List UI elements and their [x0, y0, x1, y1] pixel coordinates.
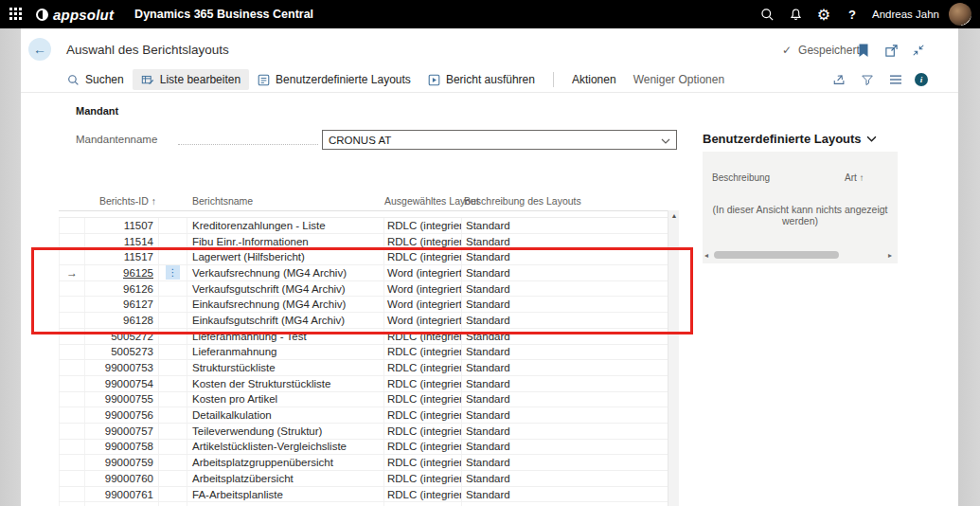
row-context-menu-button[interactable]: ⋮: [166, 265, 180, 280]
appsolut-logo[interactable]: appsolut: [36, 7, 114, 23]
report-id-cell[interactable]: 99000760: [85, 471, 159, 486]
layout-description-cell[interactable]: Standard: [462, 265, 668, 280]
selected-layout-cell[interactable]: RDLC (integriert): [384, 455, 462, 470]
report-name-cell[interactable]: Teileverwendung (Struktur): [187, 424, 384, 439]
report-name-cell[interactable]: Strukturstückliste: [187, 360, 384, 375]
layout-description-cell[interactable]: Standard: [462, 281, 668, 297]
selected-layout-cell[interactable]: RDLC (integriert): [384, 487, 462, 502]
row-menu-cell[interactable]: ⋮: [159, 265, 187, 280]
settings-gear-icon[interactable]: ⚙: [810, 0, 838, 28]
search-list-button[interactable]: Suchen: [59, 69, 133, 90]
table-row[interactable]: 11514Fibu Einr.-InformationenRDLC (integ…: [59, 234, 668, 250]
report-id-cell[interactable]: 96125: [85, 265, 159, 280]
panel-col-art[interactable]: Art ↑: [845, 172, 864, 183]
selected-layout-cell[interactable]: Word (integriert): [384, 281, 462, 297]
user-avatar[interactable]: [949, 3, 971, 26]
report-name-cell[interactable]: Einkaufsgutschrift (MG4 Archiv): [187, 313, 384, 328]
report-id-cell[interactable]: 5005273: [85, 345, 159, 360]
report-id-cell[interactable]: 99000762: [85, 502, 159, 506]
report-id-cell[interactable]: 99000754: [85, 376, 159, 391]
report-id-cell[interactable]: 11507: [85, 218, 159, 233]
custom-layouts-button[interactable]: Benutzerdefinierte Layouts: [249, 69, 419, 90]
search-icon[interactable]: [753, 0, 781, 28]
chevron-down-icon[interactable]: [661, 135, 670, 146]
table-row[interactable]: 99000753StrukturstücklisteRDLC (integrie…: [59, 360, 668, 376]
panel-col-beschreibung[interactable]: Beschreibung: [712, 172, 770, 183]
layout-description-cell[interactable]: Standard: [462, 424, 668, 439]
table-row[interactable]: 96126Verkaufsgutschrift (MG4 Archiv)Word…: [59, 281, 668, 298]
layout-description-cell[interactable]: Standard: [462, 487, 668, 502]
share-icon[interactable]: [829, 70, 848, 89]
layout-description-cell[interactable]: Standard: [462, 471, 668, 486]
user-name[interactable]: Andreas Jahn: [872, 9, 939, 20]
fewer-options-button[interactable]: Weniger Optionen: [625, 69, 734, 90]
run-report-button[interactable]: Bericht ausführen: [419, 69, 543, 90]
scroll-right-arrow-icon[interactable]: ▸: [888, 251, 896, 260]
layout-description-cell[interactable]: Standard: [462, 392, 668, 407]
selected-layout-cell[interactable]: RDLC (integriert): [384, 407, 462, 423]
report-name-cell[interactable]: Lagerwert (Hilfsbericht): [187, 249, 384, 264]
report-name-cell[interactable]: Kosten pro Artikel: [187, 392, 384, 407]
report-id-cell[interactable]: 5005272: [85, 329, 159, 344]
panel-horizontal-scrollbar[interactable]: ◂ ▸: [704, 250, 896, 260]
custom-layouts-panel-header[interactable]: Benutzerdefinierte Layouts: [703, 132, 877, 146]
layout-description-cell[interactable]: Standard: [462, 502, 668, 506]
layout-description-cell[interactable]: Standard: [462, 360, 668, 375]
layout-description-cell[interactable]: Standard: [462, 313, 668, 328]
report-id-cell[interactable]: 96126: [85, 281, 159, 297]
report-id-cell[interactable]: 11517: [85, 249, 159, 264]
report-id-cell[interactable]: 99000755: [85, 392, 159, 407]
table-row[interactable]: →96125⋮Verkaufsrechnung (MG4 Archiv)Word…: [59, 265, 668, 281]
layout-description-cell[interactable]: Standard: [462, 218, 668, 233]
report-name-cell[interactable]: Einkaufsrechnung (MG4 Archiv): [187, 297, 384, 312]
selected-layout-cell[interactable]: RDLC (integriert): [384, 376, 462, 391]
scrollbar-thumb[interactable]: [714, 251, 839, 259]
table-row[interactable]: 96127Einkaufsrechnung (MG4 Archiv)Word (…: [59, 297, 668, 313]
mandant-name-select[interactable]: CRONUS AT: [322, 130, 677, 150]
layout-description-cell[interactable]: Standard: [462, 440, 668, 455]
scroll-up-arrow-icon[interactable]: ▲: [668, 212, 680, 219]
selected-layout-cell[interactable]: RDLC (integriert): [384, 440, 462, 455]
column-header-beschreibung[interactable]: Beschreibung des Layouts: [464, 195, 581, 207]
selected-layout-cell[interactable]: Word (integriert): [384, 265, 462, 280]
table-row[interactable]: 99000761FA-ArbeitsplanlisteRDLC (integri…: [59, 487, 668, 503]
table-row[interactable]: 11517Lagerwert (Hilfsbericht)RDLC (integ…: [59, 249, 668, 265]
layout-description-cell[interactable]: Standard: [462, 407, 668, 423]
selected-layout-cell[interactable]: RDLC (integriert): [384, 424, 462, 439]
filter-icon[interactable]: [858, 70, 877, 89]
report-id-cell[interactable]: 99000759: [85, 455, 159, 470]
report-name-cell[interactable]: Kosten der Strukturstückliste: [187, 376, 384, 391]
table-row[interactable]: 5005272Lieferanmahnung - TestRDLC (integ…: [59, 329, 668, 345]
selected-layout-cell[interactable]: RDLC (integriert): [384, 249, 462, 264]
report-name-cell[interactable]: FA-Bereitstellungsliste: [187, 502, 384, 506]
table-row[interactable]: 99000759ArbeitsplatzgruppenübersichtRDLC…: [59, 455, 668, 471]
report-id-cell[interactable]: 99000757: [85, 424, 159, 439]
report-id-cell[interactable]: 99000753: [85, 360, 159, 375]
report-name-cell[interactable]: Kreditorenzahlungen - Liste: [187, 218, 384, 233]
selected-layout-cell[interactable]: RDLC (integriert): [384, 218, 462, 233]
layout-description-cell[interactable]: Standard: [462, 249, 668, 264]
table-row[interactable]: 99000757Teileverwendung (Struktur)RDLC (…: [59, 424, 668, 440]
selected-layout-cell[interactable]: RDLC (integriert): [384, 392, 462, 407]
table-row[interactable]: 96128Einkaufsgutschrift (MG4 Archiv)Word…: [59, 313, 668, 329]
column-header-berichts-id[interactable]: Berichts-ID ↑: [85, 195, 156, 207]
table-row[interactable]: 99000755Kosten pro ArtikelRDLC (integrie…: [59, 392, 668, 408]
table-row[interactable]: 99000754Kosten der StrukturstücklisteRDL…: [59, 376, 668, 392]
edit-list-button[interactable]: Liste bearbeiten: [133, 69, 249, 90]
open-in-new-window-icon[interactable]: [882, 42, 900, 59]
report-id-cell[interactable]: 96128: [85, 313, 159, 328]
back-button[interactable]: ←: [28, 38, 51, 61]
report-id-cell[interactable]: 99000761: [85, 487, 159, 502]
selected-layout-cell[interactable]: RDLC (integriert): [384, 345, 462, 360]
table-row[interactable]: 99000756DetailkalkulationRDLC (integrier…: [59, 407, 668, 424]
selected-layout-cell[interactable]: Word (integriert): [384, 313, 462, 328]
report-id-cell[interactable]: 99000756: [85, 407, 159, 423]
table-vertical-scrollbar[interactable]: ▲: [668, 210, 679, 506]
notifications-bell-icon[interactable]: [781, 0, 810, 28]
selected-layout-cell[interactable]: RDLC (integriert): [384, 234, 462, 249]
report-id-cell[interactable]: 99000758: [85, 440, 159, 455]
help-icon[interactable]: ?: [838, 0, 866, 28]
report-id-cell[interactable]: 11514: [85, 234, 159, 249]
layout-description-cell[interactable]: Standard: [462, 376, 668, 391]
table-row[interactable]: 99000758Artikelstücklisten-Vergleichslis…: [59, 440, 668, 456]
